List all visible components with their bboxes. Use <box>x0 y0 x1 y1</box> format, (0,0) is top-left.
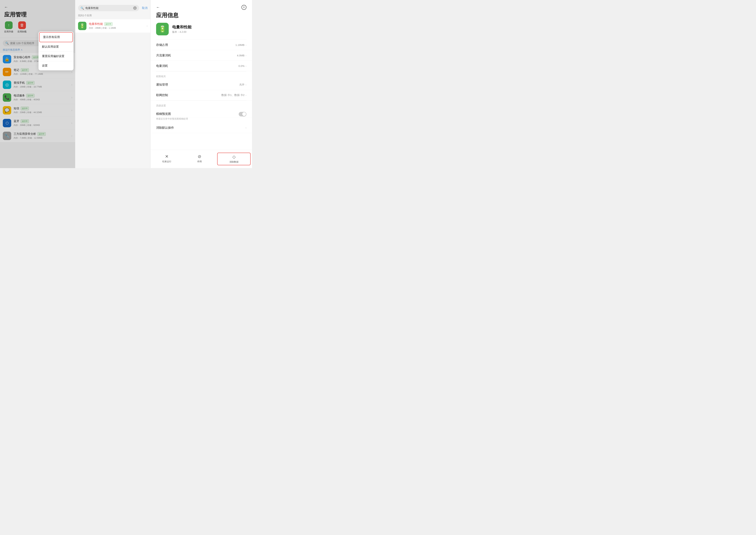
result-count: 找到1个应用 <box>75 13 150 19</box>
clear-data-icon: ◇ <box>232 155 235 159</box>
cancel-search-button[interactable]: 取消 <box>142 6 148 10</box>
notification-chevron: › <box>246 83 246 86</box>
power-chevron: › <box>246 65 246 68</box>
result-item-battery[interactable]: 🔋 电量和性能 运行中 内存：28MB | 存储：1.18MB › <box>75 19 150 33</box>
clear-default-label: 消除默认操作 <box>156 126 174 130</box>
right-app-version: 版本：4.2.00 <box>172 30 191 34</box>
app-header-row: 🔋 电量和性能 版本：4.2.00 <box>150 23 252 40</box>
right-app-icon: 🔋 <box>156 23 169 35</box>
menu-item-settings[interactable]: 设置 <box>39 61 73 70</box>
clear-search-button[interactable]: × <box>133 6 137 10</box>
power-row[interactable]: 电量消耗 0.0% › <box>150 61 252 71</box>
clear-default-row[interactable]: 消除默认操作 › <box>150 123 252 133</box>
notification-row[interactable]: 通知管理 允许 › <box>150 79 252 90</box>
blur-label-group: 模糊预览图 <box>156 112 171 116</box>
disable-icon: ⊘ <box>198 154 201 159</box>
result-running-badge: 运行中 <box>104 22 113 26</box>
permissions-section-label: 权限相关 <box>150 71 252 79</box>
right-back-button[interactable]: ← <box>156 5 160 10</box>
disable-label: 停用 <box>197 160 202 163</box>
disable-button[interactable]: ⊘ 停用 <box>183 153 216 165</box>
traffic-value: 4.0MB › <box>237 54 246 57</box>
clear-data-button[interactable]: ◇ 清除数据 <box>217 153 251 165</box>
result-app-name: 电量和性能 <box>89 22 103 26</box>
mid-search-input[interactable] <box>85 7 132 10</box>
app-header-info: 电量和性能 版本：4.2.00 <box>172 24 191 34</box>
power-percent: 0.0% <box>238 65 244 68</box>
dropdown-menu: 显示所有应用 默认应用设置 重置应用偏好设置 设置 <box>39 32 73 70</box>
notification-label: 通知管理 <box>156 83 168 87</box>
power-value: 0.0% › <box>238 65 246 68</box>
network-status: 数据-卡1、数据-卡2 <box>221 94 244 97</box>
advanced-section-label: 高级设置 <box>150 101 252 109</box>
left-panel: ← 应用管理 ↑ 应用升级 🗑 应用卸载 🔍 按运行状态排序 ∧ 🔒 安全核心组… <box>0 0 75 168</box>
menu-item-show-all[interactable]: 显示所有应用 <box>39 32 73 42</box>
storage-size: 1.18MB <box>235 43 244 46</box>
info-icon-button[interactable]: i <box>241 5 246 10</box>
network-row[interactable]: 联网控制 数据-卡1、数据-卡2 › <box>150 90 252 100</box>
traffic-size: 4.0MB <box>237 54 244 57</box>
blur-label: 模糊预览图 <box>156 112 171 116</box>
dropdown-overlay <box>0 0 75 168</box>
blur-sub-label: 将最近任务中的预览图模糊处理 <box>150 117 252 123</box>
right-panel: ← i 应用信息 🔋 电量和性能 版本：4.2.00 存储占用 1.18MB ›… <box>150 0 252 168</box>
storage-value: 1.18MB › <box>235 43 246 46</box>
mid-panel: 🔍 × 取消 找到1个应用 🔋 电量和性能 运行中 内存：28MB | 存储：1… <box>75 0 150 168</box>
mid-search-container: 🔍 × 取消 <box>75 0 150 13</box>
right-header: ← i <box>150 0 252 12</box>
network-chevron: › <box>246 94 246 97</box>
network-label: 联网控制 <box>156 93 168 97</box>
power-label: 电量消耗 <box>156 64 168 68</box>
blur-row[interactable]: 模糊预览图 <box>150 109 252 117</box>
traffic-label: 月流量消耗 <box>156 53 171 57</box>
notification-status: 允许 <box>239 83 244 86</box>
bottom-actions: ✕ 结束运行 ⊘ 停用 ◇ 清除数据 <box>150 150 252 168</box>
clear-default-chevron: › <box>246 126 246 129</box>
stop-label: 结束运行 <box>162 160 171 163</box>
traffic-chevron: › <box>246 54 246 57</box>
storage-row[interactable]: 存储占用 1.18MB › <box>150 40 252 50</box>
result-chevron: › <box>147 24 148 27</box>
right-app-name: 电量和性能 <box>172 24 191 30</box>
stop-icon: ✕ <box>165 154 169 159</box>
result-app-meta: 内存：28MB | 存储：1.18MB <box>89 27 147 30</box>
storage-label: 存储占用 <box>156 43 168 47</box>
result-app-icon: 🔋 <box>78 22 87 30</box>
stop-button[interactable]: ✕ 结束运行 <box>150 153 183 165</box>
notification-value: 允许 › <box>239 83 246 86</box>
menu-item-default-app[interactable]: 默认应用设置 <box>39 42 73 52</box>
clear-data-label: 清除数据 <box>230 160 238 163</box>
result-app-info: 电量和性能 运行中 内存：28MB | 存储：1.18MB <box>89 22 147 30</box>
menu-item-reset-prefs[interactable]: 重置应用偏好设置 <box>39 52 73 61</box>
traffic-row[interactable]: 月流量消耗 4.0MB › <box>150 50 252 61</box>
blur-toggle[interactable] <box>239 112 246 116</box>
result-app-name-row: 电量和性能 运行中 <box>89 22 147 26</box>
right-page-title: 应用信息 <box>150 12 252 23</box>
network-value: 数据-卡1、数据-卡2 › <box>221 94 246 97</box>
storage-chevron: › <box>246 43 246 46</box>
mid-search-bar[interactable]: 🔍 × <box>78 5 139 11</box>
mid-search-icon: 🔍 <box>80 7 84 10</box>
